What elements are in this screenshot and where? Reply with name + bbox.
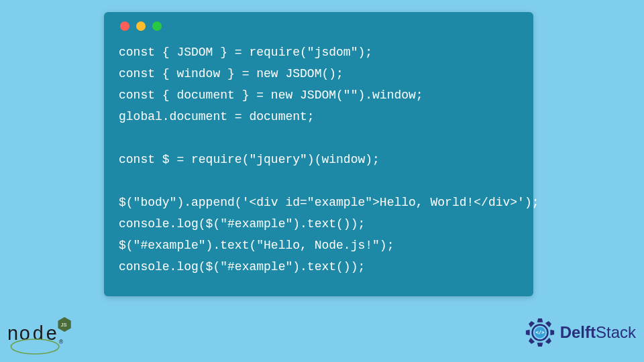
delftstack-icon: </> <box>524 316 556 349</box>
minimize-icon <box>136 21 146 31</box>
svg-marker-11 <box>545 338 551 345</box>
maximize-icon <box>152 21 162 31</box>
code-block: const { JSDOM } = require("jsdom"); cons… <box>119 42 519 278</box>
svg-marker-8 <box>537 318 543 322</box>
svg-text:d: d <box>33 322 44 344</box>
code-window: const { JSDOM } = require("jsdom"); cons… <box>104 12 533 296</box>
nodejs-logo: n o d e JS ® <box>3 308 76 355</box>
svg-marker-14 <box>526 330 530 336</box>
svg-marker-15 <box>528 320 535 327</box>
delftstack-text: DelftStack <box>560 323 636 342</box>
svg-marker-10 <box>550 330 554 336</box>
svg-text:</>: </> <box>535 329 545 335</box>
delftstack-logo: </> DelftStack <box>524 316 636 349</box>
close-icon <box>120 21 129 31</box>
traffic-lights <box>120 21 519 31</box>
svg-text:®: ® <box>59 339 63 345</box>
svg-marker-13 <box>528 338 535 345</box>
svg-marker-12 <box>537 343 543 347</box>
svg-marker-9 <box>545 320 551 327</box>
svg-text:n: n <box>7 322 18 344</box>
svg-text:JS: JS <box>61 322 67 328</box>
